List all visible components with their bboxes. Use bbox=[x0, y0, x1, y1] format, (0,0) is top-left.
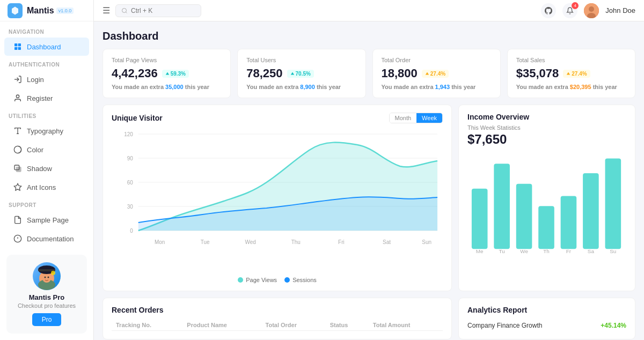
svg-point-21 bbox=[48, 277, 49, 278]
analytics-card: Analytics Report Company Finance Growth … bbox=[458, 298, 635, 339]
sidebar-item-typography[interactable]: Typography bbox=[4, 122, 89, 140]
svg-rect-45 bbox=[494, 164, 510, 249]
stat-value-row: 4,42,236 59.3% bbox=[112, 66, 222, 80]
sidebar-item-label: Color bbox=[27, 146, 43, 154]
svg-text:90: 90 bbox=[127, 156, 134, 161]
github-button[interactable] bbox=[541, 3, 556, 18]
recent-orders-title: Recent Orders bbox=[112, 306, 443, 314]
menu-icon[interactable]: ☰ bbox=[103, 5, 110, 16]
promo-subtitle: Checkout pro features bbox=[14, 302, 79, 309]
sidebar-item-shadow[interactable]: Shadow bbox=[4, 159, 89, 178]
stat-value-row: 78,250 70.5% bbox=[246, 66, 356, 80]
svg-point-25 bbox=[589, 6, 594, 12]
svg-rect-46 bbox=[516, 184, 532, 249]
sidebar-item-sample-page[interactable]: Sample Page bbox=[4, 211, 89, 229]
main-area: ☰ 4 John Doe Dashboard bbox=[94, 0, 644, 340]
user-avatar bbox=[584, 3, 599, 18]
sidebar-promo: Mantis Pro Checkout pro features Pro bbox=[6, 255, 87, 334]
login-icon bbox=[13, 75, 23, 84]
legend-dot-sessions bbox=[284, 277, 290, 283]
svg-rect-0 bbox=[14, 43, 17, 46]
legend-dot-page-views bbox=[238, 277, 243, 283]
notification-button[interactable]: 4 bbox=[562, 3, 577, 18]
sidebar-item-register[interactable]: Register bbox=[4, 89, 89, 107]
stat-value: $35,078 bbox=[516, 66, 559, 80]
shadow-icon bbox=[13, 164, 23, 173]
col-product: Product Name bbox=[182, 320, 261, 331]
svg-text:Tue: Tue bbox=[201, 239, 210, 245]
stat-badge: 27.4% bbox=[422, 70, 449, 78]
promo-button[interactable]: Pro bbox=[32, 313, 62, 326]
sidebar-item-documentation[interactable]: Documentation bbox=[4, 230, 89, 248]
view-toggle: Month Week bbox=[389, 113, 443, 123]
col-total-amount: Total Amount bbox=[369, 320, 443, 331]
orders-table: Tracking No. Product Name Total Order St… bbox=[112, 320, 443, 331]
promo-title: Mantis Pro bbox=[14, 293, 79, 301]
svg-point-19 bbox=[42, 274, 51, 283]
sidebar-item-label: Login bbox=[27, 76, 44, 84]
svg-rect-48 bbox=[561, 196, 577, 249]
stat-badge: 59.3% bbox=[162, 70, 189, 78]
app-version: v1.0.0 bbox=[56, 8, 74, 14]
svg-text:Sa: Sa bbox=[588, 248, 595, 254]
svg-point-23 bbox=[122, 8, 127, 12]
sidebar: Mantis v1.0.0 Navigation Dashboard Authe… bbox=[0, 0, 94, 340]
chart-title: Unique Visitor bbox=[112, 114, 163, 122]
sidebar-item-color[interactable]: Color bbox=[4, 141, 89, 159]
svg-text:Me: Me bbox=[476, 248, 484, 254]
nav-section-navigation: Navigation bbox=[0, 24, 93, 37]
svg-rect-10 bbox=[16, 167, 21, 172]
income-title: Income Overview bbox=[467, 113, 626, 121]
svg-text:Sun: Sun bbox=[422, 239, 431, 245]
sidebar-item-label: Shadow bbox=[27, 165, 52, 173]
app-name: Mantis bbox=[27, 6, 54, 16]
sidebar-item-label: Documentation bbox=[27, 235, 74, 243]
recent-orders-card: Recent Orders Tracking No. Product Name … bbox=[103, 298, 452, 339]
topbar-right: 4 John Doe bbox=[541, 3, 635, 18]
stat-value-row: 18,800 27.4% bbox=[382, 66, 492, 80]
svg-rect-2 bbox=[14, 47, 17, 50]
stat-footer: You made an extra 1,943 this year bbox=[382, 84, 492, 90]
sidebar-item-login[interactable]: Login bbox=[4, 70, 89, 88]
toggle-month[interactable]: Month bbox=[390, 113, 417, 123]
svg-text:Thu: Thu bbox=[291, 239, 301, 245]
documentation-icon bbox=[13, 234, 23, 243]
nav-section-support: Support bbox=[0, 197, 93, 210]
register-icon bbox=[13, 93, 23, 103]
svg-rect-50 bbox=[605, 158, 621, 249]
table-header: Tracking No. Product Name Total Order St… bbox=[112, 320, 443, 331]
github-icon bbox=[545, 7, 552, 14]
charts-row: Unique Visitor Month Week bbox=[103, 105, 635, 291]
svg-rect-1 bbox=[18, 43, 21, 46]
topbar: ☰ 4 John Doe bbox=[94, 0, 644, 21]
legend-label: Page Views bbox=[246, 277, 277, 283]
search-icon bbox=[121, 8, 128, 14]
stat-value: 18,800 bbox=[382, 66, 418, 80]
svg-rect-49 bbox=[583, 173, 599, 249]
sidebar-item-label: Typography bbox=[27, 127, 63, 135]
col-tracking: Tracking No. bbox=[112, 320, 182, 331]
stat-card-sales: Total Sales $35,078 27.4% You made an ex… bbox=[507, 49, 635, 98]
svg-marker-11 bbox=[14, 183, 21, 190]
analytics-row: Company Finance Growth +45.14% bbox=[467, 320, 626, 331]
stat-card-order: Total Order 18,800 27.4% You made an ext… bbox=[372, 49, 501, 98]
chart-header: Unique Visitor Month Week bbox=[112, 113, 443, 123]
bottom-row: Recent Orders Tracking No. Product Name … bbox=[103, 298, 635, 339]
search-input[interactable] bbox=[131, 7, 185, 14]
svg-text:Mon: Mon bbox=[155, 239, 165, 245]
ant-icons-icon bbox=[13, 182, 23, 192]
stat-badge: 70.5% bbox=[287, 70, 314, 78]
unique-visitor-card: Unique Visitor Month Week bbox=[103, 105, 452, 291]
nav-section-utilities: Utilities bbox=[0, 108, 93, 121]
user-name: John Doe bbox=[605, 6, 635, 14]
sidebar-item-label: Sample Page bbox=[27, 216, 69, 224]
color-icon bbox=[13, 145, 23, 154]
stat-footer: You made an extra 8,900 this year bbox=[246, 84, 356, 90]
toggle-week[interactable]: Week bbox=[416, 113, 442, 123]
sidebar-item-ant-icons[interactable]: Ant Icons bbox=[4, 178, 89, 196]
income-bar-chart: Me Tu We Th Fr Sa Su bbox=[467, 152, 626, 254]
search-box[interactable] bbox=[115, 4, 201, 17]
sidebar-item-dashboard[interactable]: Dashboard bbox=[4, 38, 89, 56]
svg-rect-47 bbox=[538, 206, 554, 249]
svg-text:Th: Th bbox=[543, 248, 550, 254]
